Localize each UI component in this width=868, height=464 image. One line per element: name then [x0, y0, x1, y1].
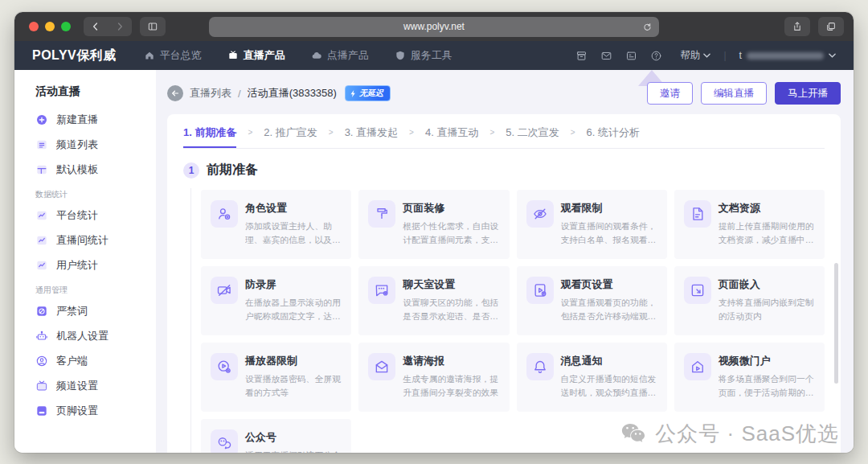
tab[interactable]: 1. 前期准备 [183, 125, 236, 148]
wechat-icon [211, 429, 238, 453]
feature-card-desc: 根据个性化需求，自由设计配置直播间元素，支持自... [403, 220, 499, 246]
sidebar-toggle-button[interactable] [140, 17, 166, 36]
tab[interactable]: 3. 直播发起 [345, 125, 398, 148]
cloud-icon [311, 50, 322, 61]
no-delay-badge: 无延迟 [345, 85, 391, 101]
url-bar[interactable]: www.polyv.net [209, 17, 659, 37]
reload-icon[interactable] [642, 22, 653, 32]
help-menu[interactable]: 帮助 [680, 49, 710, 63]
feature-card-title: 页面装修 [403, 201, 499, 216]
tab[interactable]: 6. 统计分析 [587, 125, 640, 148]
sidebar-item[interactable]: 客户端 [14, 348, 156, 373]
sidebar-section-label: 数据统计 [14, 182, 156, 203]
storage-box-icon[interactable] [575, 50, 588, 62]
feature-card[interactable]: 观看限制设置直播间的观看条件，支持白名单、报名观看、验... [517, 190, 667, 259]
feature-card[interactable]: 邀请海报生成专属的邀请海报，提升直播间分享裂变的效果 [358, 343, 509, 412]
browser-chrome: www.polyv.net [14, 12, 854, 41]
share-button[interactable] [784, 17, 810, 36]
info-circle-icon[interactable] [650, 50, 662, 62]
feature-card[interactable]: 播放器限制设置播放器密码、全屏观看的方式等 [201, 343, 351, 412]
feature-card-title: 聊天室设置 [403, 277, 499, 292]
polyv-logo[interactable]: POLYV保利威 [32, 47, 117, 64]
room-stats-icon [35, 234, 48, 247]
sidebar: 活动直播 新建直播频道列表默认模板数据统计平台统计直播间统计用户统计通用管理严禁… [14, 70, 156, 453]
timeline-line [190, 188, 191, 453]
account-menu[interactable]: t [739, 50, 836, 61]
tab-separator: > [409, 128, 414, 137]
zoom-window-button[interactable] [61, 22, 71, 31]
brush-icon [368, 200, 395, 228]
home-icon [144, 50, 155, 61]
breadcrumb-parent[interactable]: 直播列表 [190, 86, 231, 101]
sidebar-item[interactable]: 直播间统计 [14, 228, 156, 253]
secondary-action-button[interactable]: 邀请 [647, 82, 693, 105]
embed-icon [684, 277, 711, 304]
chrome-right-buttons [776, 17, 844, 36]
feature-card[interactable]: 文档资源提前上传直播期间使用的文档资源，减少直播中的失... [674, 190, 825, 259]
sidebar-item[interactable]: 平台统计 [14, 203, 156, 228]
feature-card[interactable]: 页面装修根据个性化需求，自由设计配置直播间元素，支持自... [358, 190, 509, 259]
scrollbar[interactable] [834, 263, 838, 384]
back-button[interactable] [167, 85, 183, 101]
feature-card[interactable]: 角色设置添加或设置主持人、助理、嘉宾的信息，以及新增助... [201, 190, 351, 259]
feature-card[interactable]: 消息通知自定义开播通知的短信发送时机，观众预约直播后，... [517, 343, 667, 412]
start-live-button[interactable]: 马上开播 [775, 82, 841, 105]
sidebar-item[interactable]: 默认模板 [14, 157, 156, 182]
console-icon[interactable] [625, 50, 637, 62]
tab[interactable]: 2. 推广宣发 [264, 125, 317, 148]
redacted-username [747, 52, 824, 60]
feature-card[interactable]: 聊天室设置设置聊天区的功能，包括是否显示欢迎语、是否支持... [358, 266, 509, 335]
tabs-overview-icon [825, 21, 837, 32]
nav-item[interactable]: 点播产品 [311, 48, 369, 63]
back-nav-icon[interactable] [84, 17, 108, 36]
back-arrow-icon [170, 88, 180, 98]
app-body: 活动直播 新建直播频道列表默认模板数据统计平台统计直播间统计用户统计通用管理严禁… [14, 70, 854, 453]
platform-stats-icon [35, 209, 48, 222]
sidebar-section-label: 通用管理 [14, 277, 156, 298]
nav-item[interactable]: 平台总览 [144, 48, 202, 63]
nav-item[interactable]: 服务工具 [395, 48, 452, 63]
browser-window: www.polyv.net POLYV保利威 平台总览直播产品点播产品服务工具 … [14, 12, 854, 453]
feature-card-title: 页面嵌入 [719, 277, 815, 292]
tab[interactable]: 4. 直播互动 [425, 125, 478, 148]
secondary-action-button[interactable]: 编辑直播 [701, 82, 767, 105]
sidebar-item[interactable]: 机器人设置 [14, 323, 156, 348]
minimize-window-button[interactable] [45, 22, 55, 31]
feature-card[interactable]: 观看页设置设置直播观看页的功能，包括是否允许移动端观看等 [517, 266, 667, 335]
feature-card-grid: 角色设置添加或设置主持人、助理、嘉宾的信息，以及新增助...页面装修根据个性化需… [201, 190, 825, 453]
action-buttons: 邀请编辑直播马上开播 [647, 82, 841, 105]
sidebar-item[interactable]: 用户统计 [14, 253, 156, 277]
sidebar-item[interactable]: 页脚设置 [14, 398, 156, 423]
sidebar-item[interactable]: 新建直播 [14, 107, 156, 132]
content-area: 直播列表 / 活动直播(3833358) 无延迟 邀请编辑直播马上开播 1. 前… [156, 70, 854, 453]
watch-page-icon [526, 277, 554, 304]
plus-circle-icon [35, 113, 48, 126]
feature-card[interactable]: 防录屏在播放器上显示滚动的用户昵称或固定文字，达到防... [201, 266, 351, 335]
section-title: 前期准备 [207, 162, 258, 179]
tab-separator: > [571, 128, 575, 137]
footer-settings-icon [35, 404, 48, 417]
feature-card-title: 角色设置 [245, 201, 342, 216]
browser-history-buttons [84, 17, 132, 36]
feature-card[interactable]: 页面嵌入支持将直播间内嵌到定制的活动页内 [674, 266, 825, 335]
sidebar-item[interactable]: 频道列表 [14, 132, 156, 157]
feature-card[interactable]: 视频微门户将多场直播聚合到同一个页面，便于活动前期的宣发... [674, 343, 825, 412]
breadcrumb-current: 活动直播(3833358) [248, 86, 337, 101]
sidebar-item[interactable]: 严禁词 [14, 298, 156, 323]
feature-card-title: 文档资源 [719, 201, 815, 216]
forward-nav-icon[interactable] [108, 17, 132, 36]
feature-card-desc: 适用于直播间引流至公众号或客服，沉淀用户至私域... [245, 449, 342, 453]
nav-item[interactable]: 直播产品 [227, 48, 285, 63]
tabs-overview-button[interactable] [818, 17, 844, 36]
close-window-button[interactable] [29, 22, 39, 31]
feature-card-desc: 设置直播间的观看条件，支持白名单、报名观看、验... [561, 220, 657, 246]
caret-down-icon [703, 53, 710, 58]
client-icon [35, 355, 48, 368]
tab[interactable]: 5. 二次宣发 [506, 125, 559, 148]
sidebar-item[interactable]: 频道设置 [14, 373, 156, 398]
channel-list-icon [35, 138, 48, 151]
tv-icon [227, 50, 239, 61]
feature-card-title: 防录屏 [245, 277, 342, 292]
feature-card[interactable]: 公众号适用于直播间引流至公众号或客服，沉淀用户至私域... [201, 419, 351, 453]
mail-icon[interactable] [600, 50, 612, 62]
